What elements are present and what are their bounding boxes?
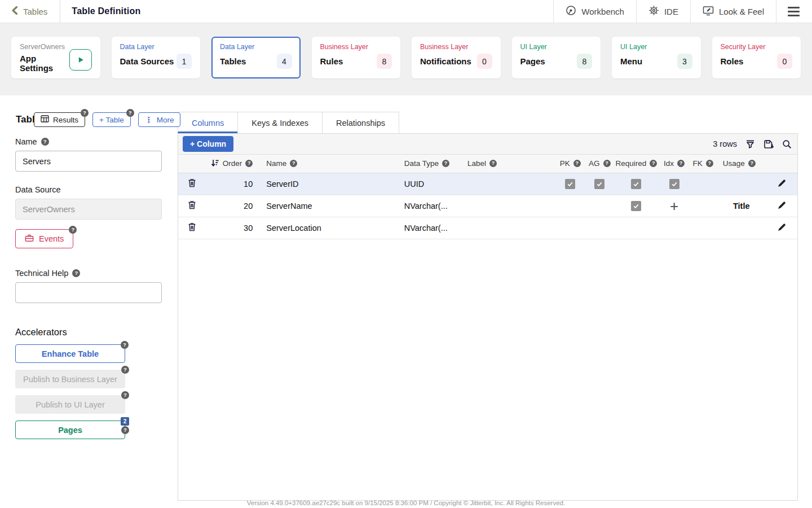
chevron-left-icon (11, 6, 19, 17)
add-index-icon[interactable]: + (670, 198, 678, 214)
card-layer-label: Business Layer (320, 43, 392, 51)
help-icon[interactable]: ? (290, 160, 297, 167)
add-column-button[interactable]: + Column (183, 136, 233, 152)
save-icon[interactable] (764, 139, 774, 149)
help-icon[interactable]: ? (748, 160, 756, 167)
pk-checkbox[interactable] (565, 179, 575, 189)
pencil-icon[interactable] (777, 178, 787, 188)
help-icon[interactable]: ? (69, 226, 77, 234)
count-badge: 8 (377, 54, 392, 69)
workbench-icon (566, 5, 576, 17)
help-icon[interactable]: ? (603, 160, 611, 167)
display-edit-icon (703, 6, 714, 17)
help-icon[interactable]: ? (81, 109, 89, 117)
table-row[interactable]: 30 ServerLocation NVarchar(... (178, 217, 797, 239)
tab-columns[interactable]: Columns (178, 112, 238, 133)
help-icon[interactable]: ? (573, 160, 581, 167)
card-name: Data Sources (120, 56, 174, 66)
workbench-button[interactable]: Workbench (553, 0, 636, 23)
required-checkbox[interactable] (631, 179, 641, 189)
help-icon[interactable]: ? (121, 366, 129, 374)
pages-button[interactable]: Pages 2 ? (15, 421, 125, 439)
help-icon[interactable]: ? (72, 269, 80, 277)
kebab-vertical-icon: ⋮ (145, 116, 153, 124)
required-checkbox[interactable] (631, 201, 641, 211)
accelerators-title: Accelerators (15, 327, 169, 338)
help-icon[interactable]: ? (245, 160, 253, 167)
help-icon[interactable]: ? (650, 160, 657, 167)
help-icon[interactable]: ? (121, 426, 129, 434)
idx-checkbox[interactable] (669, 179, 679, 189)
add-table-label: + Table (99, 116, 124, 124)
tabbar: Columns Keys & Indexes Relationships (178, 112, 798, 133)
help-icon[interactable]: ? (126, 109, 134, 117)
more-label: More (157, 116, 174, 124)
header-idx[interactable]: Idx (664, 159, 674, 168)
ide-button[interactable]: IDE (636, 0, 690, 23)
help-icon[interactable]: ? (677, 160, 685, 167)
help-icon[interactable]: ? (489, 160, 497, 167)
look-and-feel-button[interactable]: Look & Feel (690, 0, 776, 23)
enhance-table-button[interactable]: Enhance Table ? (15, 344, 125, 363)
header-name[interactable]: Name (266, 159, 286, 168)
data-source-input (15, 199, 162, 220)
tab-keys-indexes[interactable]: Keys & Indexes (237, 112, 323, 133)
card-tables[interactable]: Data Layer Tables 4 (211, 37, 301, 78)
name-input[interactable] (15, 151, 162, 172)
cell-name: ServerLocation (259, 217, 397, 239)
sort-icon[interactable] (211, 159, 219, 169)
results-button[interactable]: Results ? (34, 112, 85, 127)
header-usage[interactable]: Usage (723, 159, 745, 168)
data-source-label: Data Source (15, 185, 169, 194)
help-icon[interactable]: ? (706, 160, 713, 167)
trash-icon[interactable] (188, 200, 196, 209)
cell-usage (716, 217, 767, 239)
cell-label (461, 195, 555, 217)
technical-help-input[interactable] (15, 282, 162, 303)
header-fk[interactable]: FK (693, 159, 703, 168)
table-header-row: Order ? Name? Data Type? Label? PK? AG? … (178, 155, 797, 173)
play-icon[interactable] (69, 49, 91, 71)
card-layer-label: Security Layer (721, 43, 793, 51)
count-badge: 1 (176, 54, 192, 69)
card-notifications[interactable]: Business Layer Notifications 0 (412, 37, 501, 78)
table-row[interactable]: 10 ServerID UUID (178, 173, 797, 195)
more-button[interactable]: ⋮ More (138, 112, 181, 127)
main-content: Columns Keys & Indexes Relationships + C… (178, 95, 798, 501)
help-icon[interactable]: ? (121, 391, 129, 399)
card-app-settings[interactable]: ServerOwners App Settings (11, 37, 100, 78)
pencil-icon[interactable] (777, 222, 787, 232)
search-icon[interactable] (782, 139, 792, 149)
trash-icon[interactable] (188, 178, 196, 187)
topbar: Tables Table Definition Workbench (0, 0, 812, 23)
count-badge: 8 (577, 54, 592, 69)
card-rules[interactable]: Business Layer Rules 8 (312, 37, 401, 78)
cell-order: 20 (205, 195, 259, 217)
card-pages[interactable]: UI Layer Pages 8 (512, 37, 601, 78)
events-button[interactable]: Events ? (15, 229, 73, 248)
header-order[interactable]: Order (223, 159, 242, 168)
help-icon[interactable]: ? (41, 138, 49, 146)
header-label[interactable]: Label (467, 159, 486, 168)
columns-panel: + Column 3 rows (178, 133, 798, 501)
card-data-sources[interactable]: Data Layer Data Sources 1 (112, 37, 201, 78)
header-pk[interactable]: PK (560, 159, 570, 168)
cell-data-type: NVarchar(... (398, 195, 461, 217)
name-label: Name ? (15, 137, 169, 146)
header-ag[interactable]: AG (589, 159, 600, 168)
card-menu[interactable]: UI Layer Menu 3 (612, 37, 701, 78)
filter-icon[interactable] (745, 139, 755, 149)
add-table-button[interactable]: + Table ? (92, 112, 131, 127)
help-icon[interactable]: ? (442, 160, 449, 167)
help-icon[interactable]: ? (121, 341, 129, 349)
header-data-type[interactable]: Data Type (404, 159, 439, 168)
ag-checkbox[interactable] (594, 179, 604, 189)
hamburger-menu-icon[interactable] (776, 0, 812, 23)
header-required[interactable]: Required (616, 159, 647, 168)
trash-icon[interactable] (188, 222, 196, 231)
table-row[interactable]: 20 ServerName NVarchar(... + Title (178, 195, 797, 217)
tab-relationships[interactable]: Relationships (322, 112, 399, 133)
pencil-icon[interactable] (777, 200, 787, 210)
card-roles[interactable]: Security Layer Roles 0 (712, 37, 801, 78)
back-to-tables-button[interactable]: Tables (0, 0, 60, 23)
